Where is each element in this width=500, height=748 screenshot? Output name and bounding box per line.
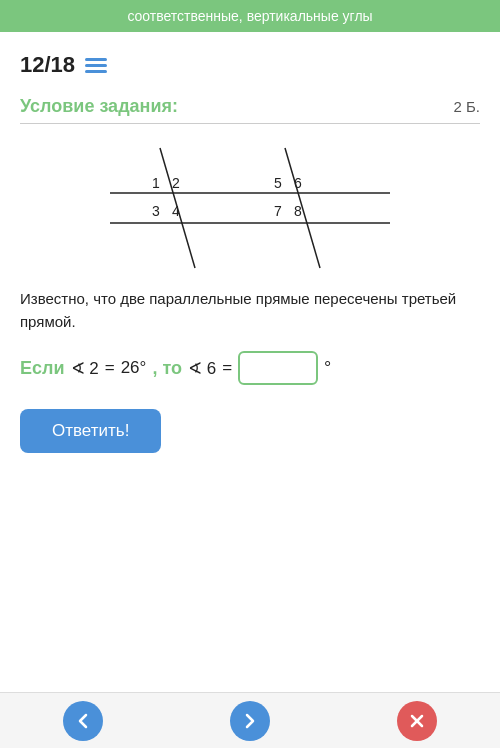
angle-value: 26° — [121, 358, 147, 378]
angle-label-1: 1 — [152, 175, 160, 191]
angle6-label: ∢ 6 — [188, 358, 216, 379]
angle-label-6: 6 — [294, 175, 302, 191]
bottom-nav — [0, 692, 500, 748]
angle2-label: ∢ 2 — [71, 358, 99, 379]
geometry-diagram: 1 2 3 4 5 6 7 8 — [100, 138, 400, 278]
angle-label-4: 4 — [172, 203, 180, 219]
progress-row: 12/18 — [20, 52, 480, 78]
svg-line-3 — [285, 148, 320, 268]
progress-text: 12/18 — [20, 52, 75, 78]
diagram-area: 1 2 3 4 5 6 7 8 — [100, 138, 400, 278]
degree-sign: ° — [324, 358, 331, 379]
top-bar-text: соответственные, вертикальные углы — [127, 8, 372, 24]
equals2: = — [222, 358, 232, 378]
equation-row: Если ∢ 2 = 26° , то ∢ 6 = ° — [20, 351, 480, 385]
if-label: Если — [20, 358, 65, 379]
submit-button[interactable]: Ответить! — [20, 409, 161, 453]
chevron-right-icon — [241, 712, 259, 730]
angle-label-8: 8 — [294, 203, 302, 219]
next-button[interactable] — [230, 701, 270, 741]
main-content: 12/18 Условие задания: 2 Б. 1 2 3 4 — [0, 32, 500, 489]
close-button[interactable] — [397, 701, 437, 741]
angle-label-5: 5 — [274, 175, 282, 191]
points-label: 2 Б. — [453, 98, 480, 115]
top-bar: соответственные, вертикальные углы — [0, 0, 500, 32]
then-label: , то — [152, 358, 182, 379]
list-icon[interactable] — [85, 58, 107, 73]
description-text: Известно, что две параллельные прямые пе… — [20, 288, 480, 333]
close-icon — [408, 712, 426, 730]
angle-label-2: 2 — [172, 175, 180, 191]
angle-label-3: 3 — [152, 203, 160, 219]
angle-label-7: 7 — [274, 203, 282, 219]
condition-label: Условие задания: — [20, 96, 178, 117]
condition-header: Условие задания: 2 Б. — [20, 96, 480, 124]
answer-input[interactable] — [238, 351, 318, 385]
prev-button[interactable] — [63, 701, 103, 741]
equals1: = — [105, 358, 115, 378]
chevron-left-icon — [74, 712, 92, 730]
